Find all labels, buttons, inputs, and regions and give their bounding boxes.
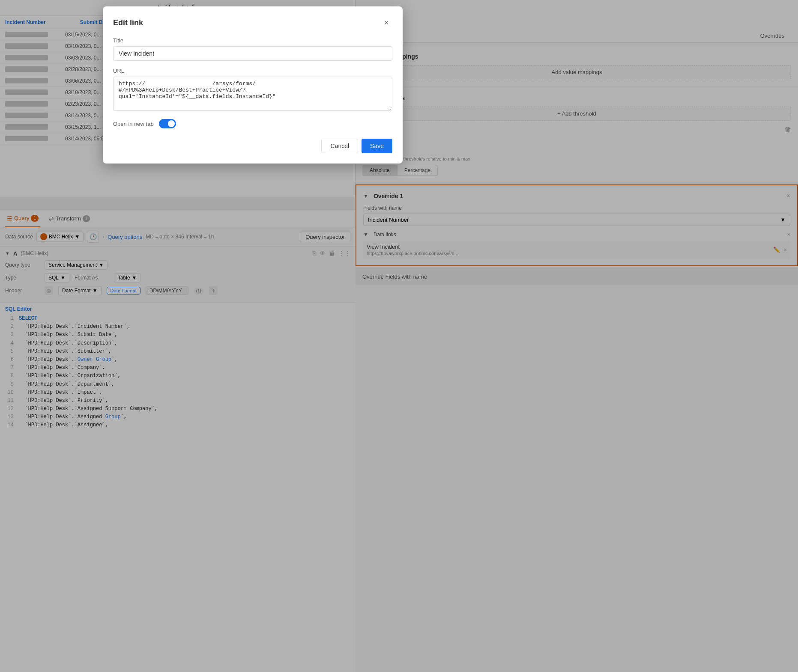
open-in-new-tab-row: Open in new tab: [113, 119, 392, 128]
url-textarea[interactable]: https:// /arsys/forms/ #/HPD%3AHelp+Desk…: [113, 77, 392, 111]
modal-footer: Cancel Save: [113, 139, 392, 153]
open-in-new-tab-toggle[interactable]: [159, 119, 176, 128]
modal-title: Edit link: [113, 18, 143, 27]
cancel-button[interactable]: Cancel: [321, 139, 358, 153]
title-input[interactable]: [113, 46, 392, 61]
title-field-label: Title: [113, 37, 392, 44]
modal-header: Edit link ×: [113, 17, 392, 29]
url-field-label: URL: [113, 68, 392, 74]
modal-close-button[interactable]: ×: [380, 17, 392, 29]
open-in-new-tab-label: Open in new tab: [113, 121, 154, 127]
edit-link-modal: Edit link × Title URL https:// /arsys/fo…: [103, 6, 403, 164]
toggle-knob: [168, 120, 175, 127]
save-button[interactable]: Save: [362, 139, 392, 153]
